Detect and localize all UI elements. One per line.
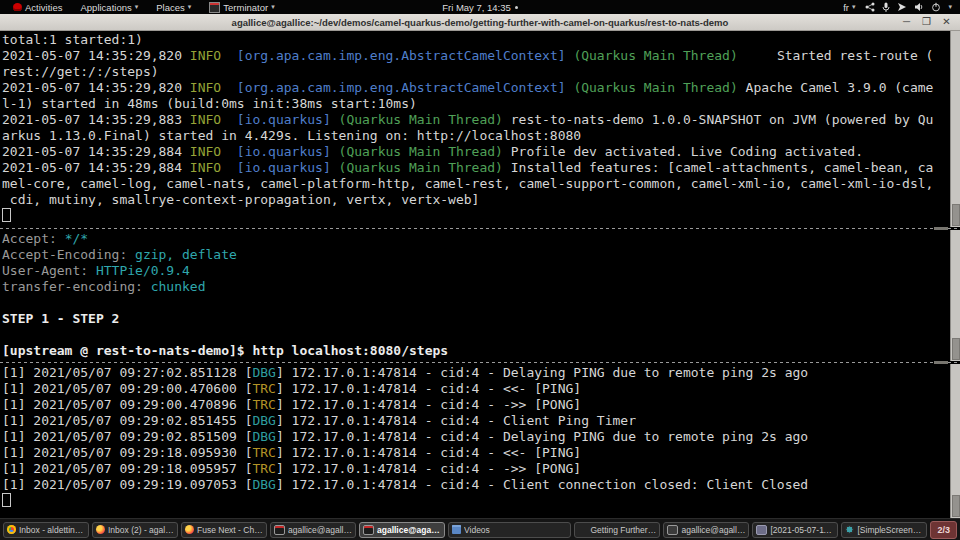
activities-label: Activities [25,2,62,13]
taskbar-item[interactable]: Fuse Next - Chat - M.. [181,522,267,538]
chevron-down-icon: ▾ [852,3,856,11]
terminal-output: total:1 started:1)2021-05-07 14:35:29,82… [2,32,948,224]
terminal-pane-quarkus-log[interactable]: total:1 started:1)2021-05-07 14:35:29,82… [0,31,960,227]
terminal-line: [upstream @ rest-to-nats-demo]$ http loc… [2,343,948,359]
workspace-indicator[interactable]: 2/3 [930,521,957,539]
terminator-icon [209,2,220,13]
terminal-line: Accept: */* [2,231,948,247]
volume-icon [914,2,924,12]
document-icon [578,525,587,534]
places-menu[interactable]: Places ▾ [149,0,198,14]
recorder-icon [845,525,854,534]
folder-icon [452,525,461,534]
terminal-line: Accept-Encoding: gzip, deflate [2,247,948,263]
terminal-line [2,493,948,509]
taskbar-item-label: [2021-05-07-11h-Ge... [770,525,834,535]
window-list-taskbar: Inbox - aldettinger@..Inbox (2) - agalli… [0,518,960,540]
chevron-down-icon: ▾ [188,3,192,11]
taskbar-item[interactable]: agallice@agallice:~/d... [663,522,749,538]
taskbar-item[interactable]: Videos [448,522,571,538]
maximize-button[interactable]: ❐ [921,17,932,27]
scrollbar-thumb[interactable] [952,338,960,360]
gnome-top-bar: Activities Applications ▾ Places ▾ Termi… [0,0,960,14]
terminal-line: 2021-05-07 14:35:29,884 INFO [io.quarkus… [2,144,948,160]
taskbar-item[interactable]: agallice@agallice:~/d.. [359,522,445,538]
terminal-line [2,208,948,224]
taskbar-item-label: Fuse Next - Chat - M.. [197,525,263,535]
chevron-down-icon: ▾ [135,3,139,11]
terminal-cursor [2,493,11,507]
terminal-line: l-1) started in 48ms (build:0ms init:38m… [2,96,948,112]
taskbar-item-label: Videos [464,525,490,535]
applications-menu[interactable]: Applications ▾ [73,0,145,14]
taskbar-item[interactable]: [2021-05-07-11h-Ge... [752,522,838,538]
terminal-line: rest://get:/:/steps) [2,64,948,80]
terminal-line: [1] 2021/05/07 09:29:18.095957 [TRC] 172… [2,461,948,477]
terminal-cursor [2,208,11,222]
image-icon [756,525,767,535]
chrome-icon [7,525,16,534]
terminal-line: arkus 1.13.0.Final) started in 4.429s. L… [2,128,948,144]
terminal-line: transfer-encoding: chunked [2,279,948,295]
desktop: Activities Applications ▾ Places ▾ Termi… [0,0,960,540]
terminal-line [2,295,948,311]
firefox-icon [96,525,105,534]
taskbar-item-label: Inbox (2) - agallice@r.. [108,525,174,535]
window-titlebar[interactable]: agallice@agallice:~/dev/demos/camel-quar… [0,14,960,31]
activities-button[interactable]: Activities [6,0,69,14]
terminal-line: total:1 started:1) [2,32,948,48]
taskbar-item-label: agallice@agallice:~/d.. [288,525,352,535]
taskbar-item[interactable]: agallice@agallice:~/d.. [270,522,356,538]
terminal-line: mel-core, camel-log, camel-nats, camel-p… [2,176,948,192]
terminal-line: [1] 2021/05/07 09:27:02.851128 [DBG] 172… [2,365,948,381]
taskbar-item[interactable]: Getting Further With... [574,522,660,538]
terminator-icon [274,525,285,535]
chevron-down-icon: ▾ [948,3,952,11]
system-status-area[interactable]: ▾ [865,2,952,12]
app-menu-terminator[interactable]: Terminator ▾ [202,0,281,14]
taskbar-item[interactable]: Inbox (2) - agallice@r.. [92,522,178,538]
terminal-line [2,327,948,343]
network-icon [865,2,875,12]
scrollbar-thumb[interactable] [952,204,960,226]
terminal-output: [1] 2021/05/07 09:27:02.851128 [DBG] 172… [2,365,948,509]
terminal-line: 2021-05-07 14:35:29,820 INFO [org.apa.ca… [2,80,948,96]
scrollbar-thumb[interactable] [952,495,960,517]
terminal-line: [1] 2021/05/07 09:29:02.851455 [DBG] 172… [2,413,948,429]
terminal-line: [1] 2021/05/07 09:29:19.097053 [DBG] 172… [2,477,948,493]
keyboard-layout-menu[interactable]: fr ▾ [841,0,857,14]
taskbar-item-label: [SimpleScreenRecord... [857,525,923,535]
redhat-logo-icon [13,3,22,11]
airplane-icon [897,2,907,12]
scrollbar[interactable] [950,230,960,361]
terminal-line: 2021-05-07 14:35:29,884 INFO [io.quarkus… [2,160,948,176]
terminal-output: Accept: */*Accept-Encoding: gzip, deflat… [2,231,948,359]
terminal-line: [1] 2021/05/07 09:29:18.095930 [TRC] 172… [2,445,948,461]
notification-dot [515,6,518,9]
terminator-window[interactable]: total:1 started:1)2021-05-07 14:35:29,82… [0,31,960,518]
chevron-down-icon: ▾ [271,3,275,11]
taskbar-item-label: agallice@agallice:~/d.. [377,525,441,535]
power-icon [931,2,941,12]
terminal-line: [1] 2021/05/07 09:29:00.470600 [TRC] 172… [2,381,948,397]
scrollbar[interactable] [950,364,960,518]
terminal-icon [667,525,678,535]
window-title: agallice@agallice:~/dev/demos/camel-quar… [0,17,960,28]
taskbar-item[interactable]: Inbox - aldettinger@.. [3,522,89,538]
close-button[interactable]: ✕ [941,17,952,27]
scrollbar[interactable] [950,31,960,227]
taskbar-item-label: agallice@agallice:~/d... [681,525,745,535]
terminal-line: 2021-05-07 14:35:29,883 INFO [io.quarkus… [2,112,948,128]
terminal-line: User-Agent: HTTPie/0.9.4 [2,263,948,279]
terminal-line: 2021-05-07 14:35:29,820 INFO [org.apa.ca… [2,48,948,64]
terminal-pane-http-client[interactable]: Accept: */*Accept-Encoding: gzip, deflat… [0,230,960,361]
terminal-pane-nats-server[interactable]: [1] 2021/05/07 09:27:02.851128 [DBG] 172… [0,364,960,518]
terminal-line: cdi, mutiny, smallrye-context-propagatio… [2,192,948,208]
taskbar-item[interactable]: [SimpleScreenRecord... [841,522,927,538]
microphone-icon [882,2,890,12]
firefox-icon [185,525,194,534]
terminator-icon [363,525,374,535]
terminal-line: [1] 2021/05/07 09:29:00.470896 [TRC] 172… [2,397,948,413]
terminal-line: STEP 1 - STEP 2 [2,311,948,327]
minimize-button[interactable]: ─ [901,17,912,27]
